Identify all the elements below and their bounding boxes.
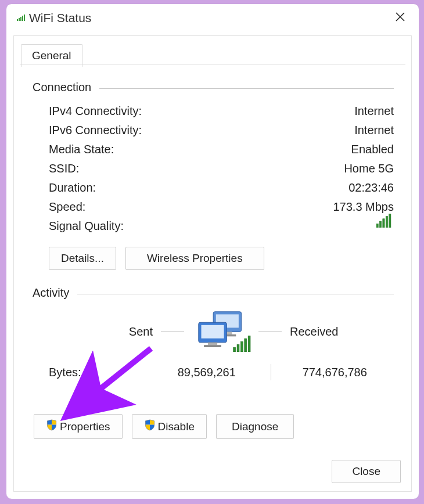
bytes-label: Bytes: [49,366,148,379]
properties-button-label: Properties [60,420,110,433]
client-area: General Connection IPv4 Connectivity: In… [13,35,412,492]
diagnose-button[interactable]: Diagnose [216,414,294,439]
window-title: WiFi Status [29,11,389,25]
activity-header: Activity [33,286,394,300]
signal-quality-row: Signal Quality: [49,219,394,233]
bytes-sent-value: 89,569,261 [148,366,266,379]
close-button-label: Close [352,465,380,478]
ssid-label: SSID: [49,162,289,175]
activity-header-label: Activity [33,286,69,300]
titlebar: WiFi Status [6,4,419,32]
connection-header: Connection [33,81,394,94]
ipv4-label: IPv4 Connectivity: [49,105,289,118]
ssid-row: SSID: Home 5G [49,162,394,175]
duration-row: Duration: 02:23:46 [49,181,394,195]
ipv6-value: Internet [289,124,394,137]
general-panel: Connection IPv4 Connectivity: Internet I… [20,64,405,452]
duration-label: Duration: [49,181,289,195]
disable-button[interactable]: Disable [132,414,207,439]
speed-label: Speed: [49,200,289,214]
dialog-footer: Close [332,460,401,483]
divider [271,364,271,380]
activity-buttons: Properties Disable Diagnose [34,414,394,439]
close-window-button[interactable] [389,12,412,25]
ipv4-value: Internet [289,105,394,118]
media-state-value: Enabled [289,143,394,156]
duration-value: 02:23:46 [289,181,394,195]
uac-shield-icon [46,419,58,434]
wifi-signal-icon [17,12,26,24]
uac-shield-icon [144,419,156,434]
signal-quality-label: Signal Quality: [49,219,376,233]
speed-row: Speed: 173.3 Mbps [49,200,394,214]
received-label: Received [290,325,338,339]
divider [77,294,394,294]
close-button[interactable]: Close [332,460,401,483]
details-button[interactable]: Details... [49,247,116,270]
disable-button-label: Disable [158,420,195,433]
bytes-row: Bytes: 89,569,261 774,676,786 [49,364,394,380]
diagnose-button-label: Diagnose [232,420,278,433]
connection-buttons: Details... Wireless Properties [49,247,394,270]
details-button-label: Details... [61,252,104,265]
wifi-status-window: WiFi Status General Connection IPv4 Conn… [6,3,419,499]
sent-label: Sent [129,325,153,339]
speed-value: 173.3 Mbps [289,200,394,214]
wireless-properties-button-label: Wireless Properties [147,252,243,265]
media-state-label: Media State: [49,143,289,156]
signal-bars-icon [376,214,391,231]
activity-graphic: Sent Received [49,310,394,354]
close-icon [395,12,405,22]
ssid-value: Home 5G [289,162,394,175]
divider [99,88,394,89]
ipv4-row: IPv4 Connectivity: Internet [49,105,394,118]
ipv6-row: IPv6 Connectivity: Internet [49,124,394,137]
bytes-received-value: 774,676,786 [276,366,394,379]
properties-button[interactable]: Properties [34,414,123,439]
connection-header-label: Connection [33,81,91,94]
wireless-properties-button[interactable]: Wireless Properties [125,247,264,270]
network-computers-icon [195,310,248,354]
signal-bars-icon [233,336,251,355]
ipv6-label: IPv6 Connectivity: [49,124,289,137]
media-state-row: Media State: Enabled [49,143,394,156]
